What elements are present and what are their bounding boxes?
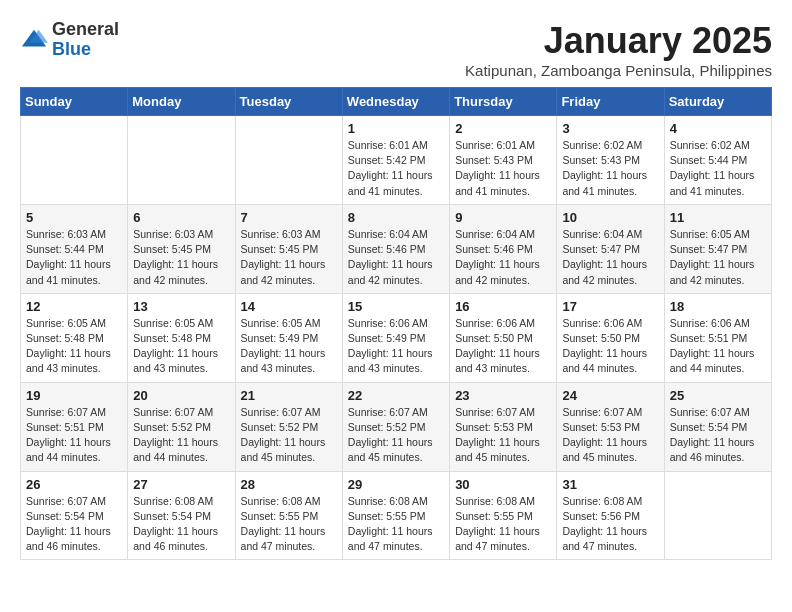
calendar-cell: 26Sunrise: 6:07 AM Sunset: 5:54 PM Dayli… (21, 471, 128, 560)
day-number: 21 (241, 388, 337, 403)
calendar-cell: 16Sunrise: 6:06 AM Sunset: 5:50 PM Dayli… (450, 293, 557, 382)
day-number: 15 (348, 299, 444, 314)
calendar-cell: 27Sunrise: 6:08 AM Sunset: 5:54 PM Dayli… (128, 471, 235, 560)
title-area: January 2025 Katipunan, Zamboanga Penins… (465, 20, 772, 79)
day-info: Sunrise: 6:06 AM Sunset: 5:49 PM Dayligh… (348, 316, 444, 377)
day-info: Sunrise: 6:06 AM Sunset: 5:50 PM Dayligh… (562, 316, 658, 377)
day-info: Sunrise: 6:07 AM Sunset: 5:52 PM Dayligh… (241, 405, 337, 466)
calendar-cell: 18Sunrise: 6:06 AM Sunset: 5:51 PM Dayli… (664, 293, 771, 382)
logo-blue-text: Blue (52, 40, 119, 60)
day-number: 11 (670, 210, 766, 225)
day-info: Sunrise: 6:03 AM Sunset: 5:44 PM Dayligh… (26, 227, 122, 288)
day-info: Sunrise: 6:07 AM Sunset: 5:51 PM Dayligh… (26, 405, 122, 466)
logo: General Blue (20, 20, 119, 60)
weekday-header-wednesday: Wednesday (342, 88, 449, 116)
day-info: Sunrise: 6:07 AM Sunset: 5:53 PM Dayligh… (455, 405, 551, 466)
logo-text: General Blue (52, 20, 119, 60)
calendar-week-1: 1Sunrise: 6:01 AM Sunset: 5:42 PM Daylig… (21, 116, 772, 205)
day-number: 1 (348, 121, 444, 136)
day-info: Sunrise: 6:08 AM Sunset: 5:56 PM Dayligh… (562, 494, 658, 555)
calendar-cell: 15Sunrise: 6:06 AM Sunset: 5:49 PM Dayli… (342, 293, 449, 382)
calendar-cell: 5Sunrise: 6:03 AM Sunset: 5:44 PM Daylig… (21, 204, 128, 293)
calendar-cell: 25Sunrise: 6:07 AM Sunset: 5:54 PM Dayli… (664, 382, 771, 471)
day-info: Sunrise: 6:01 AM Sunset: 5:43 PM Dayligh… (455, 138, 551, 199)
calendar-cell (235, 116, 342, 205)
day-info: Sunrise: 6:08 AM Sunset: 5:55 PM Dayligh… (348, 494, 444, 555)
calendar-cell: 2Sunrise: 6:01 AM Sunset: 5:43 PM Daylig… (450, 116, 557, 205)
day-number: 13 (133, 299, 229, 314)
logo-icon (20, 26, 48, 54)
day-info: Sunrise: 6:04 AM Sunset: 5:46 PM Dayligh… (348, 227, 444, 288)
calendar-cell: 31Sunrise: 6:08 AM Sunset: 5:56 PM Dayli… (557, 471, 664, 560)
day-info: Sunrise: 6:05 AM Sunset: 5:47 PM Dayligh… (670, 227, 766, 288)
day-info: Sunrise: 6:05 AM Sunset: 5:48 PM Dayligh… (133, 316, 229, 377)
day-number: 12 (26, 299, 122, 314)
calendar-week-2: 5Sunrise: 6:03 AM Sunset: 5:44 PM Daylig… (21, 204, 772, 293)
day-number: 18 (670, 299, 766, 314)
calendar-cell (128, 116, 235, 205)
calendar-week-3: 12Sunrise: 6:05 AM Sunset: 5:48 PM Dayli… (21, 293, 772, 382)
weekday-header-saturday: Saturday (664, 88, 771, 116)
weekday-header-monday: Monday (128, 88, 235, 116)
day-info: Sunrise: 6:06 AM Sunset: 5:51 PM Dayligh… (670, 316, 766, 377)
day-number: 6 (133, 210, 229, 225)
day-info: Sunrise: 6:07 AM Sunset: 5:52 PM Dayligh… (348, 405, 444, 466)
day-info: Sunrise: 6:02 AM Sunset: 5:43 PM Dayligh… (562, 138, 658, 199)
day-number: 30 (455, 477, 551, 492)
calendar-cell: 11Sunrise: 6:05 AM Sunset: 5:47 PM Dayli… (664, 204, 771, 293)
calendar-cell: 9Sunrise: 6:04 AM Sunset: 5:46 PM Daylig… (450, 204, 557, 293)
day-number: 26 (26, 477, 122, 492)
calendar-cell: 24Sunrise: 6:07 AM Sunset: 5:53 PM Dayli… (557, 382, 664, 471)
day-info: Sunrise: 6:03 AM Sunset: 5:45 PM Dayligh… (241, 227, 337, 288)
weekday-header-sunday: Sunday (21, 88, 128, 116)
calendar-cell: 14Sunrise: 6:05 AM Sunset: 5:49 PM Dayli… (235, 293, 342, 382)
day-number: 3 (562, 121, 658, 136)
calendar-cell: 17Sunrise: 6:06 AM Sunset: 5:50 PM Dayli… (557, 293, 664, 382)
day-info: Sunrise: 6:05 AM Sunset: 5:48 PM Dayligh… (26, 316, 122, 377)
logo-general-text: General (52, 20, 119, 40)
calendar-week-4: 19Sunrise: 6:07 AM Sunset: 5:51 PM Dayli… (21, 382, 772, 471)
calendar-cell: 3Sunrise: 6:02 AM Sunset: 5:43 PM Daylig… (557, 116, 664, 205)
calendar-cell (664, 471, 771, 560)
day-info: Sunrise: 6:01 AM Sunset: 5:42 PM Dayligh… (348, 138, 444, 199)
calendar-table: SundayMondayTuesdayWednesdayThursdayFrid… (20, 87, 772, 560)
day-number: 2 (455, 121, 551, 136)
calendar-cell (21, 116, 128, 205)
day-number: 27 (133, 477, 229, 492)
calendar-cell: 8Sunrise: 6:04 AM Sunset: 5:46 PM Daylig… (342, 204, 449, 293)
day-number: 25 (670, 388, 766, 403)
day-info: Sunrise: 6:07 AM Sunset: 5:52 PM Dayligh… (133, 405, 229, 466)
calendar-cell: 12Sunrise: 6:05 AM Sunset: 5:48 PM Dayli… (21, 293, 128, 382)
day-number: 31 (562, 477, 658, 492)
day-number: 8 (348, 210, 444, 225)
day-info: Sunrise: 6:07 AM Sunset: 5:54 PM Dayligh… (670, 405, 766, 466)
calendar-cell: 4Sunrise: 6:02 AM Sunset: 5:44 PM Daylig… (664, 116, 771, 205)
day-info: Sunrise: 6:04 AM Sunset: 5:47 PM Dayligh… (562, 227, 658, 288)
weekday-header-friday: Friday (557, 88, 664, 116)
day-info: Sunrise: 6:08 AM Sunset: 5:55 PM Dayligh… (241, 494, 337, 555)
day-number: 10 (562, 210, 658, 225)
day-number: 28 (241, 477, 337, 492)
calendar-cell: 22Sunrise: 6:07 AM Sunset: 5:52 PM Dayli… (342, 382, 449, 471)
day-info: Sunrise: 6:07 AM Sunset: 5:53 PM Dayligh… (562, 405, 658, 466)
weekday-header-tuesday: Tuesday (235, 88, 342, 116)
calendar-cell: 21Sunrise: 6:07 AM Sunset: 5:52 PM Dayli… (235, 382, 342, 471)
day-info: Sunrise: 6:07 AM Sunset: 5:54 PM Dayligh… (26, 494, 122, 555)
day-info: Sunrise: 6:04 AM Sunset: 5:46 PM Dayligh… (455, 227, 551, 288)
day-number: 29 (348, 477, 444, 492)
calendar-cell: 1Sunrise: 6:01 AM Sunset: 5:42 PM Daylig… (342, 116, 449, 205)
day-number: 24 (562, 388, 658, 403)
day-number: 22 (348, 388, 444, 403)
calendar-cell: 28Sunrise: 6:08 AM Sunset: 5:55 PM Dayli… (235, 471, 342, 560)
day-number: 14 (241, 299, 337, 314)
calendar-cell: 7Sunrise: 6:03 AM Sunset: 5:45 PM Daylig… (235, 204, 342, 293)
calendar-cell: 20Sunrise: 6:07 AM Sunset: 5:52 PM Dayli… (128, 382, 235, 471)
calendar-cell: 30Sunrise: 6:08 AM Sunset: 5:55 PM Dayli… (450, 471, 557, 560)
day-number: 4 (670, 121, 766, 136)
day-number: 20 (133, 388, 229, 403)
day-number: 16 (455, 299, 551, 314)
day-number: 5 (26, 210, 122, 225)
calendar-cell: 19Sunrise: 6:07 AM Sunset: 5:51 PM Dayli… (21, 382, 128, 471)
calendar-cell: 10Sunrise: 6:04 AM Sunset: 5:47 PM Dayli… (557, 204, 664, 293)
calendar-title: January 2025 (465, 20, 772, 62)
